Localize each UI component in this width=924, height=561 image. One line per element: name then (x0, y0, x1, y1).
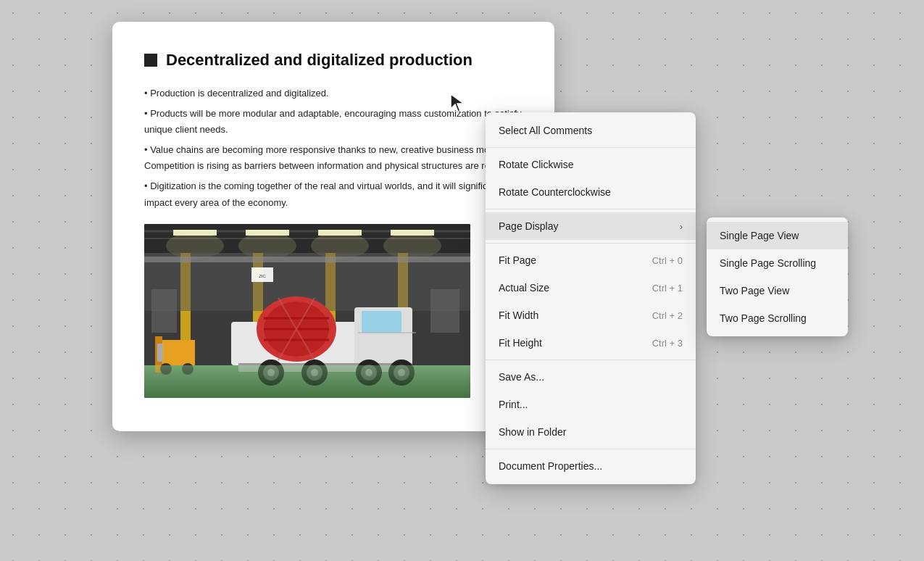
pdf-bullet-2: • Products will be more modular and adap… (144, 106, 523, 138)
svg-rect-20 (151, 289, 177, 333)
svg-rect-46 (159, 340, 195, 365)
svg-text:ZIC: ZIC (259, 274, 266, 278)
menu-label-select-all-comments: Select All Comments (499, 125, 592, 136)
shortcut-fit-width: Ctrl + 2 (652, 310, 683, 321)
submenu-label-single-page-view: Single Page View (720, 230, 799, 241)
divider-2 (486, 209, 696, 209)
menu-item-show-in-folder[interactable]: Show in Folder (486, 418, 696, 446)
menu-item-rotate-counterclockwise[interactable]: Rotate Counterclockwise (486, 178, 696, 206)
menu-item-page-display[interactable]: Page Display › (486, 212, 696, 240)
shortcut-actual-size: Ctrl + 1 (652, 283, 683, 294)
divider-3 (486, 243, 696, 244)
divider-5 (486, 449, 696, 449)
submenu-label-two-page-view: Two Page View (720, 285, 789, 296)
submenu-item-single-page-view[interactable]: Single Page View (707, 222, 848, 249)
menu-item-print[interactable]: Print... (486, 391, 696, 418)
menu-label-rotate-counterclockwise: Rotate Counterclockwise (499, 186, 611, 198)
pdf-factory-image: ZIC (144, 224, 470, 398)
shortcut-fit-height: Ctrl + 3 (652, 338, 683, 349)
menu-item-actual-size[interactable]: Actual Size Ctrl + 1 (486, 274, 696, 302)
title-icon (144, 54, 157, 67)
submenu-item-two-page-scrolling[interactable]: Two Page Scrolling (707, 304, 848, 332)
submenu-page-display: Single Page View Single Page Scrolling T… (707, 217, 848, 336)
menu-label-rotate-clockwise: Rotate Clickwise (499, 159, 573, 170)
menu-label-fit-width: Fit Width (499, 309, 538, 321)
pdf-title-block: Decentralized and digitalized production (144, 51, 523, 70)
svg-rect-19 (144, 257, 470, 262)
menu-label-print: Print... (499, 399, 528, 410)
svg-rect-21 (430, 289, 459, 333)
svg-rect-49 (160, 344, 163, 362)
submenu-label-two-page-scrolling: Two Page Scrolling (720, 312, 807, 324)
menu-item-rotate-clockwise[interactable]: Rotate Clickwise (486, 151, 696, 178)
menu-label-fit-page: Fit Page (499, 254, 536, 266)
menu-label-show-in-folder: Show in Folder (499, 426, 566, 438)
menu-item-save-as[interactable]: Save As... (486, 363, 696, 391)
svg-rect-54 (144, 365, 470, 398)
svg-rect-48 (157, 344, 160, 362)
menu-label-fit-height: Fit Height (499, 337, 542, 349)
divider-4 (486, 360, 696, 360)
menu-item-fit-page[interactable]: Fit Page Ctrl + 0 (486, 246, 696, 274)
pdf-bullet-3: • Value chains are becoming more respons… (144, 142, 523, 174)
svg-rect-24 (362, 311, 401, 333)
menu-label-actual-size: Actual Size (499, 282, 549, 294)
menu-label-page-display: Page Display (499, 220, 559, 232)
chevron-right-icon: › (680, 221, 683, 232)
menu-item-document-properties[interactable]: Document Properties... (486, 452, 696, 480)
submenu-item-single-page-scrolling[interactable]: Single Page Scrolling (707, 249, 848, 277)
menu-item-select-all-comments[interactable]: Select All Comments (486, 117, 696, 144)
submenu-item-two-page-view[interactable]: Two Page View (707, 277, 848, 304)
submenu-label-single-page-scrolling: Single Page Scrolling (720, 257, 816, 269)
shortcut-fit-page: Ctrl + 0 (652, 255, 683, 266)
pdf-bullet-1: • Production is decentralized and digita… (144, 86, 523, 101)
menu-item-fit-height[interactable]: Fit Height Ctrl + 3 (486, 329, 696, 357)
menu-item-fit-width[interactable]: Fit Width Ctrl + 2 (486, 302, 696, 329)
pdf-title-text: Decentralized and digitalized production (166, 51, 473, 70)
menu-label-save-as: Save As... (499, 371, 544, 383)
pdf-body: • Production is decentralized and digita… (144, 86, 523, 211)
pdf-bullet-4: • Digitization is the coming together of… (144, 178, 523, 210)
context-menu: Select All Comments Rotate Clickwise Rot… (486, 112, 696, 484)
divider-1 (486, 147, 696, 148)
menu-label-document-properties: Document Properties... (499, 460, 602, 472)
